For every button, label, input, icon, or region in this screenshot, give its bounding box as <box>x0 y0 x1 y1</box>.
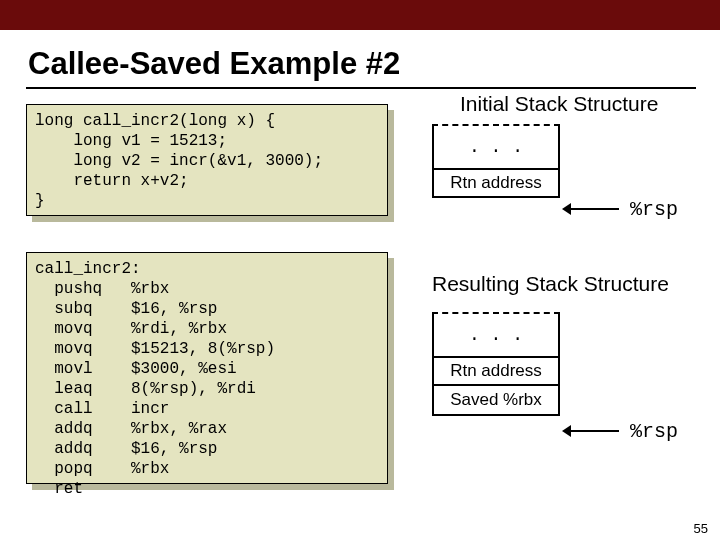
heading-resulting-stack: Resulting Stack Structure <box>432 272 669 296</box>
slide-title: Callee-Saved Example #2 <box>28 46 400 82</box>
arrow-rsp-initial <box>569 208 619 210</box>
label-rsp-initial: %rsp <box>630 198 678 221</box>
slide: Callee-Saved Example #2 long call_incr2(… <box>0 0 720 540</box>
stack-ellipsis: . . . <box>432 124 560 168</box>
title-underline <box>26 87 696 89</box>
arrow-rsp-resulting <box>569 430 619 432</box>
title-bar <box>0 0 720 30</box>
page-number: 55 <box>694 521 708 536</box>
stack-ellipsis: . . . <box>432 312 560 356</box>
stack-cell-rtn: Rtn address <box>432 168 560 198</box>
code-asm-block: call_incr2: pushq %rbx subq $16, %rsp mo… <box>26 252 388 484</box>
code-c-block: long call_incr2(long x) { long v1 = 1521… <box>26 104 388 216</box>
stack-cell-saved: Saved %rbx <box>432 386 560 416</box>
label-rsp-resulting: %rsp <box>630 420 678 443</box>
heading-initial-stack: Initial Stack Structure <box>460 92 658 116</box>
stack-cell-rtn: Rtn address <box>432 356 560 386</box>
stack-resulting: . . . Rtn address Saved %rbx <box>432 312 560 416</box>
stack-initial: . . . Rtn address <box>432 124 560 198</box>
